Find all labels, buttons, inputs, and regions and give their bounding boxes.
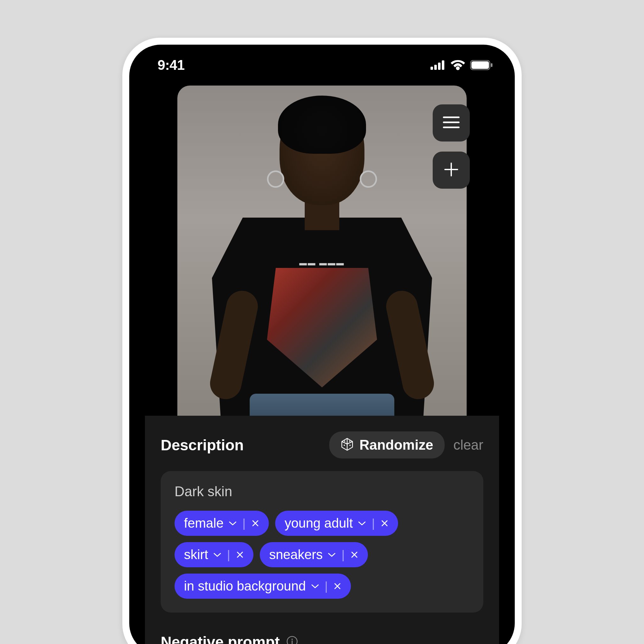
model-figure: ▬▬ ▬▬▬ — [206, 89, 438, 416]
tag-remove-button[interactable] — [251, 519, 259, 527]
description-text: Dark skin — [175, 484, 469, 499]
tag-remove-button[interactable] — [236, 551, 244, 559]
tag-remove-button[interactable] — [333, 582, 341, 590]
panel-actions: Randomize clear — [329, 431, 483, 458]
phone-frame: 9:41 ▬▬ ▬▬▬ — [122, 38, 522, 644]
svg-rect-6 — [491, 63, 492, 67]
hamburger-icon — [442, 115, 460, 130]
tag-label: female — [184, 516, 224, 531]
tag-label: sneakers — [269, 547, 323, 562]
chevron-down-icon[interactable] — [358, 521, 366, 526]
battery-icon — [470, 60, 493, 70]
tag-separator: | — [324, 580, 329, 593]
tag-female[interactable]: female | — [175, 511, 269, 536]
preview-image[interactable]: ▬▬ ▬▬▬ — [177, 86, 467, 416]
tag-remove-button[interactable] — [380, 519, 389, 527]
svg-rect-2 — [438, 63, 441, 70]
clear-button[interactable]: clear — [453, 437, 483, 453]
cellular-icon — [430, 60, 446, 70]
bottom-panel: Description Randomize clear Dark skin — [145, 416, 499, 644]
description-heading: Description — [161, 436, 244, 454]
plus-icon — [443, 161, 459, 179]
phone-screen: 9:41 ▬▬ ▬▬▬ — [129, 45, 515, 644]
dice-icon — [341, 438, 354, 452]
add-button[interactable] — [433, 152, 470, 189]
chevron-down-icon[interactable] — [328, 552, 336, 557]
chevron-down-icon[interactable] — [311, 584, 319, 589]
tag-skirt[interactable]: skirt | — [175, 542, 253, 567]
status-time: 9:41 — [158, 57, 185, 73]
tag-separator: | — [341, 548, 345, 562]
svg-rect-5 — [471, 61, 489, 69]
tag-young-adult[interactable]: young adult | — [275, 511, 398, 536]
randomize-label: Randomize — [359, 437, 433, 453]
svg-rect-3 — [442, 60, 444, 70]
tag-remove-button[interactable] — [350, 551, 358, 559]
randomize-button[interactable]: Randomize — [329, 431, 445, 458]
svg-rect-1 — [434, 65, 437, 70]
svg-rect-0 — [430, 67, 433, 70]
tag-separator: | — [371, 517, 375, 530]
tag-label: in studio background — [184, 579, 306, 594]
wifi-icon — [451, 60, 465, 70]
svg-point-15 — [349, 445, 351, 446]
tag-separator: | — [242, 517, 246, 530]
tag-label: young adult — [285, 516, 353, 531]
floating-buttons — [433, 104, 470, 189]
negative-prompt-header: Negative prompt — [161, 633, 483, 644]
tag-label: skirt — [184, 547, 208, 562]
menu-button[interactable] — [433, 104, 470, 142]
svg-point-17 — [291, 639, 293, 640]
status-icons — [430, 60, 493, 70]
negative-prompt-heading: Negative prompt — [161, 633, 280, 644]
tag-separator: | — [226, 548, 231, 562]
tags-container: female | young adult | skirt — [175, 511, 469, 599]
main-content: ▬▬ ▬▬▬ — [129, 86, 515, 644]
chevron-down-icon[interactable] — [213, 552, 221, 557]
status-bar: 9:41 — [129, 45, 515, 79]
chevron-down-icon[interactable] — [229, 521, 237, 526]
svg-point-13 — [349, 441, 350, 442]
image-area: ▬▬ ▬▬▬ — [177, 86, 467, 416]
info-icon[interactable] — [286, 636, 298, 644]
svg-point-14 — [344, 445, 345, 446]
svg-point-12 — [344, 441, 345, 442]
description-box[interactable]: Dark skin female | young adult | — [161, 471, 483, 613]
tag-in-studio-background[interactable]: in studio background | — [175, 574, 351, 599]
tag-sneakers[interactable]: sneakers | — [260, 542, 368, 567]
description-header: Description Randomize clear — [161, 431, 483, 458]
